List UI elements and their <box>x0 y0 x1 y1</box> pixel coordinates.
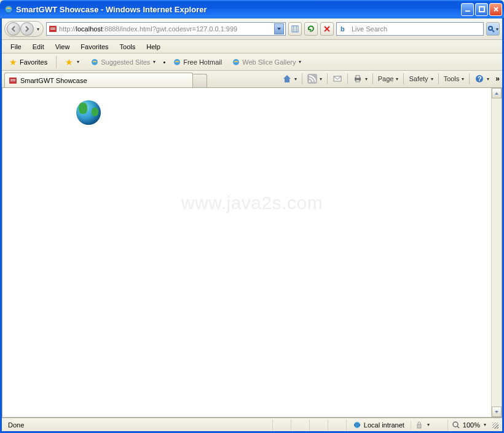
print-button[interactable]: ▾ <box>350 72 370 85</box>
bing-icon: b <box>339 24 349 34</box>
address-bar[interactable]: http://localhost:8888/index.html?gwt.cod… <box>46 22 286 36</box>
star-add-icon: ★ <box>65 57 73 67</box>
maximize-button[interactable] <box>475 3 488 16</box>
menu-tools[interactable]: Tools <box>115 42 141 52</box>
tab-site-icon <box>9 76 17 85</box>
separator <box>56 56 57 68</box>
protected-mode[interactable]: ▾ <box>411 419 448 431</box>
separator <box>347 73 348 84</box>
page-menu[interactable]: Page▾ <box>376 73 401 84</box>
vertical-scrollbar[interactable] <box>491 88 502 417</box>
resize-grip[interactable] <box>490 420 500 430</box>
svg-rect-20 <box>356 80 360 82</box>
svg-rect-5 <box>50 29 55 30</box>
tab-bar: SmartGWT Showcase ▾ ▾ ▾ Page▾ Safety▾ To… <box>2 71 502 88</box>
suggested-sites-link[interactable]: Suggested Sites▾ <box>88 57 158 68</box>
navigation-bar: ▾ http://localhost:8888/index.html?gwt.c… <box>2 18 502 40</box>
content-area: www.java2s.com <box>2 88 502 418</box>
scroll-up-button[interactable] <box>492 88 502 98</box>
refresh-button[interactable] <box>304 22 318 36</box>
status-bar: Done Local intranet ▾ 100% ▾ <box>2 418 502 431</box>
window-titlebar: SmartGWT Showcase - Windows Internet Exp… <box>0 0 504 18</box>
svg-rect-14 <box>10 81 15 81</box>
ie-small-icon <box>173 58 181 66</box>
status-pane <box>273 419 291 431</box>
ie-small-icon <box>90 58 99 66</box>
svg-rect-15 <box>307 74 317 84</box>
window-controls <box>461 3 502 16</box>
svg-rect-6 <box>292 26 298 32</box>
web-slice-gallery-link[interactable]: Web Slice Gallery▾ <box>229 57 304 68</box>
minimize-button[interactable] <box>461 3 474 16</box>
print-icon <box>353 74 363 84</box>
favorites-bar: ★ Favorites ★▾ Suggested Sites▾ • Free H… <box>2 54 502 71</box>
svg-rect-2 <box>479 7 484 12</box>
svg-text:?: ? <box>478 75 482 82</box>
feeds-button[interactable]: ▾ <box>305 72 325 85</box>
rss-icon <box>307 74 317 84</box>
back-button[interactable] <box>7 22 20 36</box>
favorites-button[interactable]: ★ Favorites <box>6 56 51 68</box>
svg-point-16 <box>309 81 310 82</box>
menu-favorites[interactable]: Favorites <box>76 42 113 52</box>
status-pane <box>310 419 328 431</box>
help-button[interactable]: ?▾ <box>472 72 492 85</box>
home-button[interactable]: ▾ <box>280 72 299 85</box>
add-favorite-button[interactable]: ★▾ <box>61 56 83 68</box>
svg-rect-1 <box>465 10 470 12</box>
bullet-icon: • <box>163 58 165 66</box>
separator <box>372 73 373 84</box>
globe-image <box>76 100 101 125</box>
security-zone[interactable]: Local intranet <box>347 421 411 429</box>
tab-active[interactable]: SmartGWT Showcase <box>4 73 193 87</box>
help-icon: ? <box>474 74 484 84</box>
mail-button[interactable] <box>330 72 345 85</box>
overflow-chevron[interactable]: » <box>495 74 500 83</box>
svg-rect-24 <box>417 424 421 428</box>
address-dropdown[interactable] <box>274 23 284 34</box>
separator <box>469 73 470 84</box>
separator <box>327 73 328 84</box>
menu-edit[interactable]: Edit <box>28 42 49 52</box>
back-forward-group: ▾ <box>4 21 44 37</box>
window-title: SmartGWT Showcase - Windows Internet Exp… <box>16 5 461 14</box>
status-pane <box>291 419 310 431</box>
status-pane <box>328 419 347 431</box>
search-box[interactable]: b Live Search <box>336 22 484 36</box>
separator <box>438 73 439 84</box>
svg-text:b: b <box>341 25 345 33</box>
search-button[interactable]: ▾ <box>486 22 500 36</box>
globe-icon <box>353 421 361 429</box>
star-icon: ★ <box>9 57 17 67</box>
zoom-control[interactable]: 100% ▾ <box>448 421 490 429</box>
menu-view[interactable]: View <box>50 42 75 52</box>
menu-help[interactable]: Help <box>141 42 165 52</box>
site-icon <box>48 24 58 34</box>
ie-icon <box>4 4 14 14</box>
svg-rect-13 <box>10 79 15 80</box>
safety-menu[interactable]: Safety▾ <box>406 73 435 84</box>
svg-point-0 <box>5 6 12 13</box>
forward-button[interactable] <box>20 22 34 36</box>
scroll-down-button[interactable] <box>492 407 502 417</box>
svg-point-23 <box>354 422 360 428</box>
mail-icon <box>333 74 342 84</box>
stop-button[interactable] <box>320 22 334 36</box>
status-text: Done <box>4 419 273 431</box>
command-bar: ▾ ▾ ▾ Page▾ Safety▾ Tools▾ ?▾ » <box>280 72 500 85</box>
menu-file[interactable]: File <box>6 42 26 52</box>
address-text: http://localhost:8888/index.html?gwt.cod… <box>59 25 274 33</box>
tools-menu[interactable]: Tools▾ <box>441 73 467 84</box>
separator <box>403 73 404 84</box>
window-body: ▾ http://localhost:8888/index.html?gwt.c… <box>0 18 504 433</box>
close-button[interactable] <box>489 3 502 16</box>
svg-point-25 <box>453 422 458 427</box>
new-tab-button[interactable] <box>192 74 207 87</box>
home-icon <box>282 74 292 84</box>
compat-button[interactable] <box>288 22 302 36</box>
svg-rect-19 <box>356 76 360 78</box>
menu-bar: File Edit View Favorites Tools Help <box>2 40 502 54</box>
history-dropdown[interactable]: ▾ <box>34 26 41 32</box>
free-hotmail-link[interactable]: Free Hotmail <box>170 57 224 68</box>
svg-point-8 <box>489 26 492 30</box>
